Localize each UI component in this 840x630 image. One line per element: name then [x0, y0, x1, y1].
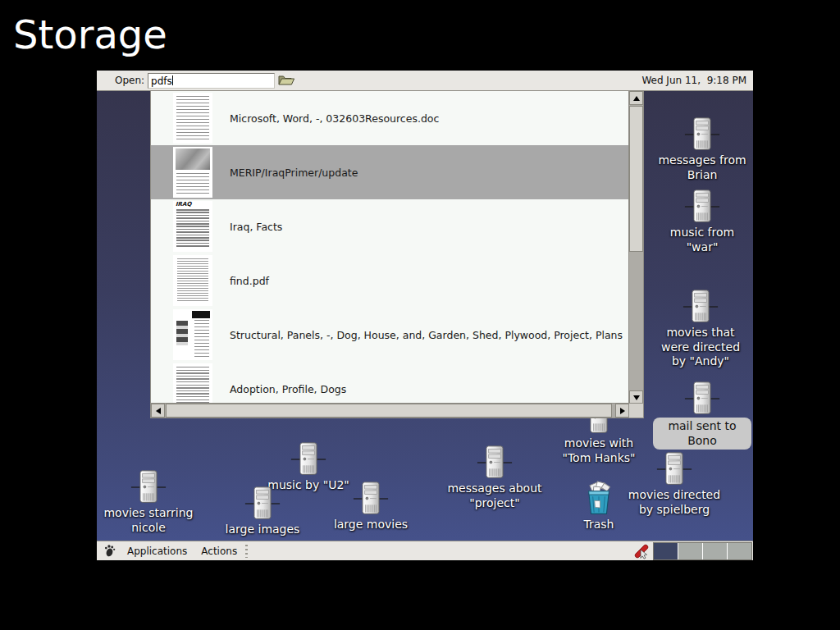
arrow-right-icon — [620, 408, 625, 414]
bottom-panel: Applications Actions — [97, 541, 753, 560]
gnome-foot-icon[interactable] — [103, 544, 116, 558]
desktop-icon-trash[interactable]: Trash — [570, 481, 628, 532]
arrow-up-icon — [633, 96, 640, 101]
file-list-item[interactable]: Adoption, Profile, Dogs — [151, 362, 628, 403]
document-thumbnail — [173, 255, 212, 306]
workspace-3[interactable] — [703, 543, 728, 559]
file-list-item[interactable]: Structural, Panels, -, Dog, House, and, … — [151, 308, 628, 362]
menu-actions[interactable]: Actions — [198, 544, 240, 559]
file-list-item-label: Adoption, Profile, Dogs — [230, 383, 346, 395]
search-results-window: Microsoft, Word, -, 032603Resources.doc … — [150, 90, 644, 418]
horizontal-scrollbar-thumb[interactable] — [166, 404, 612, 418]
document-thumbnail — [173, 93, 212, 144]
trash-icon — [581, 481, 617, 517]
vertical-scrollbar[interactable] — [628, 91, 643, 404]
folder-open-icon — [277, 73, 295, 88]
page-title: Storage — [13, 11, 167, 57]
desktop-icon-label: large movies — [334, 518, 408, 532]
vertical-scrollbar-thumb[interactable] — [629, 106, 643, 252]
computer-icon — [684, 381, 720, 417]
open-label: Open: — [115, 75, 144, 86]
desktop-icon-label: Trash — [584, 518, 614, 532]
desktop-icon-label: movies that were directed by "Andy" — [653, 326, 748, 369]
file-list-item[interactable]: find.pdf — [151, 253, 628, 308]
desktop-icon-mail-sent-to-bono[interactable]: mail sent to Bono — [653, 381, 751, 450]
file-list-item[interactable]: IRAQ Iraq, Facts — [151, 199, 628, 253]
open-folder-button[interactable] — [277, 73, 295, 88]
desktop-icon-large-movies[interactable]: large movies — [322, 481, 420, 532]
arrow-down-icon — [633, 395, 640, 400]
computer-icon — [130, 469, 167, 505]
scroll-left-button[interactable] — [151, 404, 165, 418]
desktop-icon-movies-directed-by-spielberg[interactable]: movies directed by spielberg — [621, 451, 728, 517]
desktop-icon-label: messages about "project" — [445, 482, 545, 510]
document-thumbnail — [173, 309, 212, 360]
scroll-right-button[interactable] — [615, 404, 629, 418]
computer-icon — [244, 486, 281, 522]
workspace-4[interactable] — [728, 543, 751, 559]
file-list-item-selected[interactable]: MERIP/IraqPrimer/update — [151, 145, 628, 199]
file-list-item-label: Structural, Panels, -, Dog, House, and, … — [230, 329, 623, 341]
desktop-icon-messages-about-project[interactable]: messages about "project" — [445, 445, 545, 510]
computer-icon — [682, 289, 719, 325]
computer-icon — [290, 441, 326, 477]
open-input-field[interactable] — [148, 74, 279, 89]
menu-applications[interactable]: Applications — [124, 544, 190, 559]
scroll-up-button[interactable] — [629, 91, 643, 105]
desktop-icon-movies-directed-by-andy[interactable]: movies that were directed by "Andy" — [653, 289, 748, 369]
horizontal-scrollbar[interactable] — [151, 403, 630, 418]
desktop-icon-large-images[interactable]: large images — [213, 486, 312, 537]
open-input[interactable] — [148, 73, 275, 89]
clock: Wed Jun 11, 9:18 PM — [641, 75, 746, 86]
desktop-icon-label: messages from Brian — [653, 153, 751, 182]
desktop-icon-movies-starring-nicole[interactable]: movies starring nicole — [98, 469, 199, 535]
computer-icon — [477, 445, 513, 481]
workspace-1[interactable] — [654, 543, 678, 559]
utility-knife-icon[interactable] — [633, 543, 650, 559]
file-list-item-label: find.pdf — [230, 275, 269, 287]
file-list-item-label: Iraq, Facts — [230, 221, 282, 233]
file-list-item-label: Microsoft, Word, -, 032603Resources.doc — [230, 112, 439, 125]
scrollbar-corner — [628, 403, 643, 418]
desktop-icon-music-from-war[interactable]: music from "war" — [653, 189, 751, 254]
desktop-icon-label: music from "war" — [653, 226, 751, 254]
document-thumbnail — [173, 363, 212, 403]
arrow-left-icon — [156, 408, 161, 414]
desktop[interactable]: Open: Wed Jun 11, 9:18 PM Microsoft, Wor… — [97, 71, 753, 560]
text-caret — [172, 75, 173, 85]
workspace-2[interactable] — [678, 543, 703, 559]
desktop-icon-messages-from-brian[interactable]: messages from Brian — [653, 116, 751, 182]
desktop-icon-label-selected: mail sent to Bono — [653, 418, 751, 450]
computer-icon — [353, 481, 389, 517]
file-list: Microsoft, Word, -, 032603Resources.doc … — [151, 91, 628, 403]
computer-icon — [684, 116, 720, 153]
screen: Storage Open: Wed Jun 11, 9:18 PM Micros… — [0, 0, 840, 630]
computer-icon — [684, 189, 720, 225]
desktop-icon-label: large images — [226, 523, 300, 537]
workspace-switcher[interactable] — [653, 542, 752, 560]
file-list-item-label: MERIP/IraqPrimer/update — [230, 167, 358, 179]
desktop-icon-label: movies directed by spielberg — [621, 488, 728, 517]
document-thumbnail — [173, 147, 212, 198]
panel-handle[interactable] — [245, 545, 248, 558]
computer-icon — [656, 451, 692, 487]
file-list-item[interactable]: Microsoft, Word, -, 032603Resources.doc — [151, 91, 628, 145]
document-thumbnail: IRAQ — [173, 201, 212, 252]
top-panel: Open: Wed Jun 11, 9:18 PM — [97, 71, 753, 91]
desktop-icon-label: movies starring nicole — [98, 506, 199, 535]
